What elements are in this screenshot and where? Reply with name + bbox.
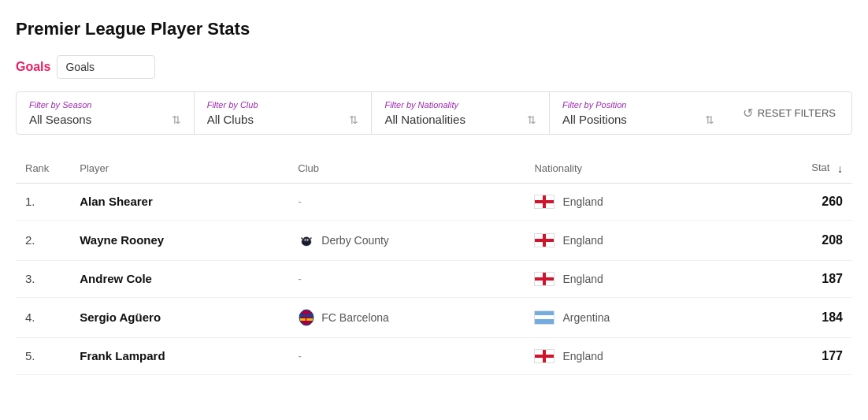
club-cell: -: [288, 260, 525, 297]
rank-value: 3.: [25, 272, 35, 285]
reset-icon: ↺: [743, 106, 753, 121]
club-info: Derby County: [298, 232, 515, 249]
filter-position[interactable]: Filter by Position All Positions ⇅: [550, 92, 727, 134]
season-chevron-icon: ⇅: [172, 113, 181, 126]
stats-table: Rank Player Club Nationality Stat ↓ 1.Al…: [16, 154, 852, 375]
player-cell: Frank Lampard: [70, 337, 288, 374]
club-column-header: Club: [288, 154, 525, 183]
club-name: FC Barcelona: [321, 311, 389, 324]
nationality-info: England: [534, 349, 751, 363]
england-flag-icon: [534, 233, 555, 247]
club-filter-value-row: All Clubs ⇅: [207, 113, 359, 126]
player-cell: Andrew Cole: [70, 260, 288, 297]
nationality-cell: England: [525, 260, 761, 297]
club-cell: -: [288, 183, 525, 220]
filter-bar: Filter by Season All Seasons ⇅ Filter by…: [16, 91, 852, 135]
nationality-info: Argentina: [534, 310, 751, 325]
position-filter-value: All Positions: [562, 113, 627, 126]
player-name: Wayne Rooney: [80, 233, 164, 247]
player-name: Frank Lampard: [80, 349, 165, 362]
player-cell: Alan Shearer: [70, 183, 288, 220]
club-name: Derby County: [321, 234, 389, 247]
player-name: Alan Shearer: [80, 195, 153, 208]
stat-cell: 177: [762, 337, 852, 374]
stat-cell: 208: [762, 220, 852, 260]
table-header-row: Rank Player Club Nationality Stat ↓: [16, 154, 852, 183]
stat-column-header[interactable]: Stat ↓: [762, 154, 852, 183]
club-dash: -: [298, 273, 302, 285]
stat-cell: 260: [762, 183, 852, 220]
stat-value: 184: [822, 310, 843, 324]
nationality-cell: Argentina: [525, 297, 761, 337]
derby-county-icon: [298, 232, 315, 249]
club-chevron-icon: ⇅: [349, 113, 358, 126]
stat-label: Goals: [16, 60, 50, 74]
club-dash: -: [298, 350, 302, 362]
table-row: 5.Frank Lampard-England177: [16, 337, 852, 374]
club-cell: Derby County: [288, 220, 525, 260]
position-filter-value-row: All Positions ⇅: [562, 113, 714, 126]
stat-select-wrapper: Goals Assists Clean Sheets Appearances: [57, 55, 155, 79]
rank-value: 2.: [25, 233, 35, 247]
player-cell: Sergio Agüero: [70, 297, 288, 337]
stat-value: 187: [822, 272, 843, 285]
position-filter-label: Filter by Position: [562, 100, 714, 110]
reset-filters-button[interactable]: ↺ RESET FILTERS: [727, 92, 851, 134]
club-cell: FC Barcelona: [288, 297, 525, 337]
filter-nationality[interactable]: Filter by Nationality All Nationalities …: [372, 92, 550, 134]
rank-cell: 2.: [16, 220, 70, 260]
nationality-name: England: [562, 234, 603, 247]
stat-value: 260: [822, 195, 843, 208]
svg-point-2: [305, 239, 306, 240]
table-row: 1.Alan Shearer-England260: [16, 183, 852, 220]
nationality-column-header: Nationality: [525, 154, 761, 183]
rank-cell: 5.: [16, 337, 70, 374]
page-title: Premier League Player Stats: [16, 19, 852, 39]
player-cell: Wayne Rooney: [70, 220, 288, 260]
england-flag-icon: [534, 195, 555, 209]
stat-cell: 187: [762, 260, 852, 297]
nationality-cell: England: [525, 337, 761, 374]
filter-season[interactable]: Filter by Season All Seasons ⇅: [17, 92, 195, 134]
player-name: Andrew Cole: [80, 272, 152, 285]
stat-cell: 184: [762, 297, 852, 337]
nationality-info: England: [534, 272, 751, 286]
sort-icon: ↓: [837, 162, 843, 175]
nationality-name: England: [562, 273, 603, 285]
rank-cell: 1.: [16, 183, 70, 220]
nationality-name: England: [562, 350, 603, 362]
stat-dropdown[interactable]: Goals Assists Clean Sheets Appearances: [57, 55, 155, 79]
season-filter-value: All Seasons: [29, 113, 91, 126]
rank-value: 5.: [25, 349, 35, 362]
stat-value: 177: [822, 349, 843, 362]
club-cell: -: [288, 337, 525, 374]
nationality-filter-label: Filter by Nationality: [384, 100, 536, 110]
table-row: 3.Andrew Cole-England187: [16, 260, 852, 297]
filter-club[interactable]: Filter by Club All Clubs ⇅: [195, 92, 373, 134]
svg-rect-7: [305, 310, 307, 325]
rank-cell: 3.: [16, 260, 70, 297]
argentina-flag-icon: [534, 310, 555, 325]
svg-point-3: [307, 239, 309, 240]
nationality-cell: England: [525, 183, 761, 220]
season-filter-label: Filter by Season: [29, 100, 181, 110]
rank-cell: 4.: [16, 297, 70, 337]
nationality-cell: England: [525, 220, 761, 260]
club-dash: -: [298, 195, 302, 208]
table-row: 4.Sergio Agüero FC BarcelonaArgentina184: [16, 297, 852, 337]
reset-filters-label: RESET FILTERS: [758, 107, 836, 119]
rank-value: 1.: [25, 195, 35, 208]
nationality-name: Argentina: [562, 311, 610, 324]
club-filter-label: Filter by Club: [207, 100, 359, 110]
england-flag-icon: [534, 272, 555, 286]
rank-column-header: Rank: [16, 154, 70, 183]
season-filter-value-row: All Seasons ⇅: [29, 113, 181, 126]
stat-value: 208: [822, 233, 843, 247]
club-filter-value: All Clubs: [207, 113, 254, 126]
svg-point-1: [303, 236, 310, 242]
england-flag-icon: [534, 349, 555, 363]
player-name: Sergio Agüero: [80, 310, 161, 324]
club-info: FC Barcelona: [298, 309, 515, 326]
nationality-info: England: [534, 195, 751, 209]
nationality-name: England: [562, 195, 603, 208]
